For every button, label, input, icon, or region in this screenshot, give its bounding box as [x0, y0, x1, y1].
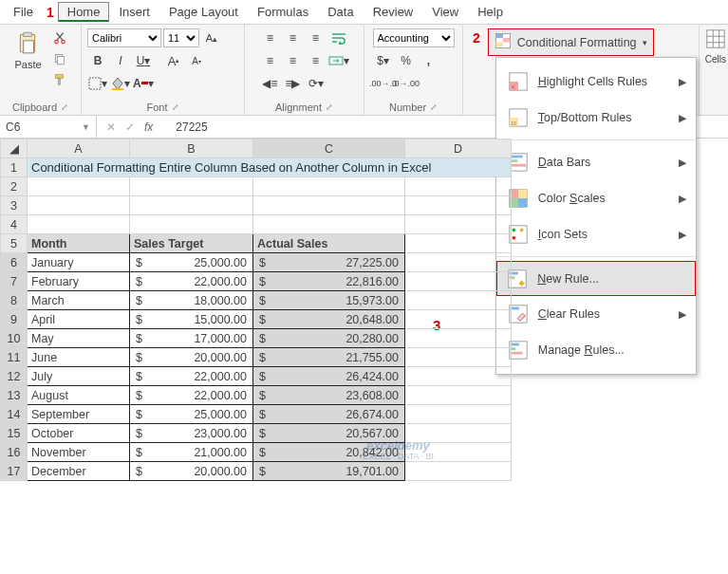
empty-cell[interactable]	[405, 253, 512, 272]
fx-icon[interactable]: fx	[144, 120, 153, 134]
cell-month[interactable]: May	[28, 329, 130, 348]
font-size-select[interactable]: 11	[163, 28, 199, 47]
menu-data[interactable]: Data	[318, 2, 363, 22]
empty-cell[interactable]	[405, 329, 512, 348]
cell-actual[interactable]: $26,674.00	[253, 405, 405, 424]
copy-button[interactable]	[49, 49, 70, 68]
empty-cell[interactable]	[405, 367, 512, 386]
table-header-actual[interactable]: Actual Sales	[253, 234, 405, 253]
bold-button[interactable]: B	[87, 51, 108, 70]
cell-target[interactable]: $17,000.00	[130, 329, 253, 348]
table-header-month[interactable]: Month	[28, 234, 130, 253]
currency-button[interactable]: $▾	[373, 51, 394, 70]
row-header[interactable]: 7	[1, 272, 28, 291]
format-painter-button[interactable]	[49, 70, 70, 89]
decrease-decimal-button[interactable]: .0→.00	[396, 74, 417, 93]
row-header[interactable]: 10	[1, 329, 28, 348]
select-all-corner[interactable]: ◢	[1, 139, 28, 158]
cell-target[interactable]: $20,000.00	[130, 348, 253, 367]
cell-actual[interactable]: $21,755.00	[253, 348, 405, 367]
cell-month[interactable]: November	[28, 443, 130, 462]
paste-button[interactable]: Paste	[10, 28, 45, 72]
col-header-a[interactable]: A	[28, 139, 130, 158]
italic-button[interactable]: I	[110, 51, 131, 70]
worksheet[interactable]: ◢ A B C D 1 Conditional Formatting Entir…	[0, 139, 728, 481]
row-header[interactable]: 9	[1, 310, 28, 329]
font-name-select[interactable]: Calibri	[87, 28, 161, 47]
cell-target[interactable]: $21,000.00	[130, 443, 253, 462]
cell-month[interactable]: October	[28, 424, 130, 443]
cell-month[interactable]: July	[28, 367, 130, 386]
row-header[interactable]: 11	[1, 348, 28, 367]
cell-month[interactable]: September	[28, 405, 130, 424]
enter-formula-icon[interactable]: ✓	[125, 120, 135, 134]
empty-cell[interactable]	[405, 405, 512, 424]
cell-target[interactable]: $22,000.00	[130, 367, 253, 386]
cell-actual[interactable]: $22,816.00	[253, 272, 405, 291]
orientation-button[interactable]: ⟳▾	[306, 74, 327, 93]
cell-target[interactable]: $22,000.00	[130, 386, 253, 405]
empty-cell[interactable]	[405, 462, 512, 481]
comma-button[interactable]: ,	[419, 51, 439, 70]
col-header-d[interactable]: D	[405, 139, 512, 158]
row-header[interactable]: 8	[1, 291, 28, 310]
cells-icon[interactable]	[705, 28, 726, 52]
row-header[interactable]: 14	[1, 405, 28, 424]
cell-month[interactable]: December	[28, 462, 130, 481]
row-header[interactable]: 12	[1, 367, 28, 386]
cell-target[interactable]: $18,000.00	[130, 291, 253, 310]
increase-font-button[interactable]: A▴	[201, 28, 222, 47]
align-top-button[interactable]: ≡	[260, 28, 281, 47]
empty-cell[interactable]	[405, 348, 512, 367]
decrease-indent-button[interactable]: ◀≡	[260, 74, 281, 93]
cell-target[interactable]: $23,000.00	[130, 424, 253, 443]
cell-month[interactable]: April	[28, 310, 130, 329]
cut-button[interactable]	[49, 28, 70, 47]
table-header-target[interactable]: Sales Target	[130, 234, 253, 253]
row-header[interactable]: 5	[1, 234, 28, 253]
cell-actual[interactable]: $26,424.00	[253, 367, 405, 386]
row-header[interactable]: 6	[1, 253, 28, 272]
cell-month[interactable]: August	[28, 386, 130, 405]
underline-button[interactable]: U▾	[133, 51, 154, 70]
cell-actual[interactable]: $27,225.00	[253, 253, 405, 272]
cell-actual[interactable]: $19,701.00	[253, 462, 405, 481]
cell-target[interactable]: $25,000.00	[130, 405, 253, 424]
col-header-c[interactable]: C	[253, 139, 405, 158]
align-right-button[interactable]: ≡	[306, 51, 327, 70]
align-left-button[interactable]: ≡	[260, 51, 281, 70]
name-box[interactable]: C6▼	[0, 116, 97, 138]
cell-month[interactable]: January	[28, 253, 130, 272]
row-header[interactable]: 1	[1, 158, 28, 177]
percent-button[interactable]: %	[396, 51, 417, 70]
menu-review[interactable]: Review	[364, 2, 423, 22]
col-header-b[interactable]: B	[130, 139, 253, 158]
expand-icon[interactable]: ⤢	[172, 102, 179, 112]
cell-actual[interactable]: $23,608.00	[253, 386, 405, 405]
menu-insert[interactable]: Insert	[109, 2, 159, 22]
row-header[interactable]: 13	[1, 386, 28, 405]
title-cell[interactable]: Conditional Formatting Entire Column Bas…	[28, 158, 512, 177]
wrap-text-button[interactable]	[328, 28, 349, 47]
menu-highlight-cells[interactable]: < Highlight Cells Rules ▶	[496, 64, 696, 100]
number-format-select[interactable]: Accounting	[373, 28, 455, 47]
menu-help[interactable]: Help	[468, 2, 513, 22]
cancel-formula-icon[interactable]: ✕	[106, 120, 116, 134]
borders-button[interactable]: ▾	[87, 74, 108, 93]
font-color-button[interactable]: A▾	[133, 74, 154, 93]
cell-target[interactable]: $15,000.00	[130, 310, 253, 329]
menu-home[interactable]: Home	[58, 2, 110, 22]
expand-icon[interactable]: ⤢	[61, 102, 68, 112]
cell-actual[interactable]: $20,280.00	[253, 329, 405, 348]
align-center-button[interactable]: ≡	[283, 51, 304, 70]
conditional-formatting-button[interactable]: Conditional Formatting ▾	[488, 28, 654, 56]
row-header[interactable]: 17	[1, 462, 28, 481]
empty-cell[interactable]	[405, 310, 512, 329]
menu-formulas[interactable]: Formulas	[248, 2, 318, 22]
increase-font-icon[interactable]: A▴	[163, 51, 184, 70]
decrease-font-icon[interactable]: A▾	[186, 51, 207, 70]
empty-cell[interactable]	[405, 272, 512, 291]
increase-indent-button[interactable]: ≡▶	[283, 74, 304, 93]
merge-button[interactable]: ▾	[328, 51, 349, 70]
expand-icon[interactable]: ⤢	[430, 102, 438, 112]
